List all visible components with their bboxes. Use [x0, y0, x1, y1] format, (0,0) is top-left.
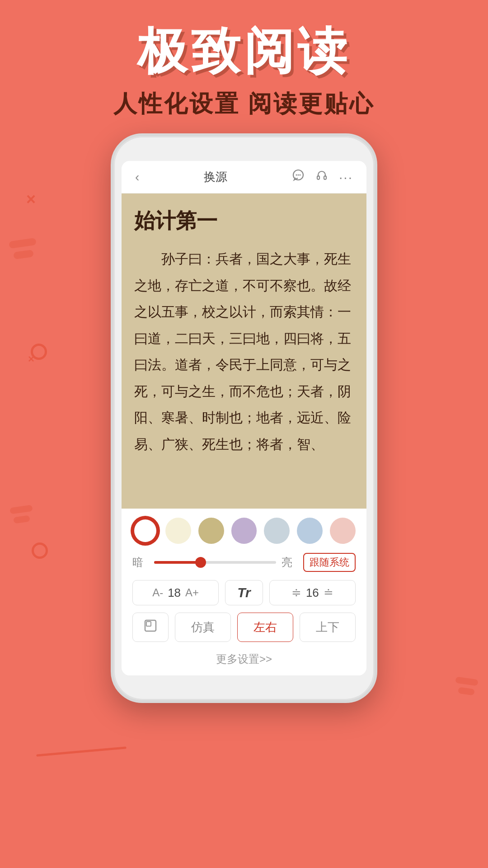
- phone-topbar: ‹ 换源: [122, 161, 366, 193]
- line-increase-btn[interactable]: ≐: [324, 586, 333, 600]
- deco-x-3: ×: [28, 353, 34, 365]
- deco-stripe-1: [9, 238, 37, 249]
- font-type-label: Tr: [237, 585, 250, 600]
- main-title: 极致阅读: [0, 18, 488, 85]
- left-right-mode-button[interactable]: 左右: [237, 613, 293, 642]
- font-size-value: 18: [168, 586, 181, 600]
- topbar-title: 换源: [204, 169, 227, 185]
- color-swatch-lavender[interactable]: [231, 518, 257, 544]
- svg-point-3: [299, 175, 300, 176]
- font-type-box[interactable]: Tr: [225, 580, 263, 605]
- color-swatch-sky[interactable]: [297, 518, 323, 544]
- scroll-mode-button[interactable]: [132, 613, 169, 642]
- color-swatches: [132, 518, 356, 544]
- back-button[interactable]: ‹: [135, 170, 139, 184]
- font-decrease-btn[interactable]: A-: [152, 586, 163, 599]
- line-spacing-box: ≑ 16 ≐: [269, 580, 356, 605]
- page-mode-row: 仿真 左右 上下: [132, 613, 356, 642]
- slider-thumb[interactable]: [195, 557, 206, 568]
- slider-fill: [154, 561, 201, 564]
- deco-stripe-6: [458, 687, 475, 696]
- color-swatch-pink[interactable]: [330, 518, 356, 544]
- deco-stripe-3: [9, 505, 33, 514]
- book-content[interactable]: 始计第一 孙子曰：兵者，国之大事，死生之地，存亡之道，不可不察也。故经之以五事，…: [122, 193, 366, 509]
- deco-x-1: ×: [26, 190, 36, 209]
- color-swatch-lightblue[interactable]: [264, 518, 290, 544]
- simulation-mode-button[interactable]: 仿真: [175, 613, 231, 642]
- svg-point-1: [296, 175, 297, 176]
- line-spacing-value: 16: [306, 586, 319, 600]
- color-swatch-tan[interactable]: [198, 518, 224, 544]
- phone-screen: ‹ 换源: [122, 161, 366, 675]
- brightness-row: 暗 亮 跟随系统: [132, 553, 356, 572]
- deco-circle-2: [32, 542, 48, 559]
- dark-label: 暗: [132, 555, 149, 570]
- line-decrease-btn[interactable]: ≑: [291, 586, 301, 600]
- topbar-icons: ···: [292, 169, 353, 185]
- font-size-box: A- 18 A+: [132, 580, 219, 605]
- more-settings[interactable]: 更多设置>>: [132, 648, 356, 668]
- light-label: 亮: [282, 555, 298, 570]
- subtitle: 人性化设置 阅读更贴心: [0, 88, 488, 120]
- deco-line-1: [36, 746, 127, 756]
- color-swatch-cream[interactable]: [165, 518, 191, 544]
- follow-system-button[interactable]: 跟随系统: [303, 553, 356, 572]
- chapter-title: 始计第一: [134, 207, 354, 235]
- svg-point-2: [297, 175, 299, 176]
- deco-circle-1: [31, 344, 47, 360]
- phone-frame: ‹ 换源: [111, 133, 377, 703]
- headphone-icon[interactable]: [315, 169, 328, 185]
- font-increase-btn[interactable]: A+: [185, 586, 199, 599]
- settings-panel: 暗 亮 跟随系统 A- 18 A+ Tr: [122, 509, 366, 675]
- font-settings-row: A- 18 A+ Tr ≑ 16 ≐: [132, 580, 356, 605]
- deco-stripe-4: [13, 515, 30, 524]
- deco-stripe-2: [13, 250, 34, 259]
- chat-icon[interactable]: [292, 169, 305, 185]
- svg-rect-7: [146, 622, 151, 626]
- color-swatch-white[interactable]: [132, 518, 158, 544]
- book-text: 孙子曰：兵者，国之大事，死生之地，存亡之道，不可不察也。故经之以五事，校之以计，…: [134, 246, 354, 458]
- deco-stripe-5: [455, 677, 478, 686]
- up-down-mode-button[interactable]: 上下: [300, 613, 356, 642]
- more-icon[interactable]: ···: [339, 170, 353, 185]
- brightness-slider[interactable]: [154, 561, 276, 564]
